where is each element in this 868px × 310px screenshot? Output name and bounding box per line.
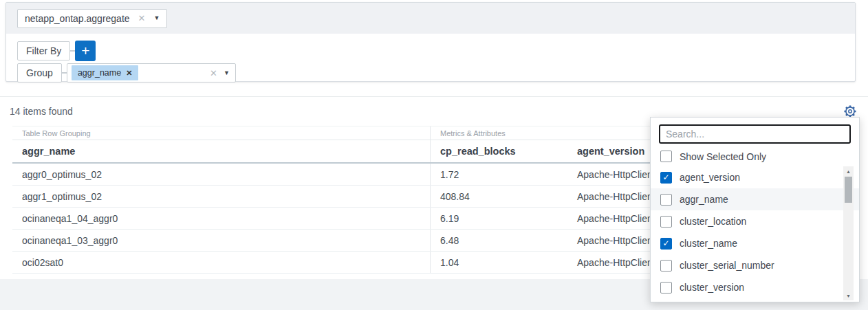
cell-aggr-name: aggr0_optimus_02 — [12, 164, 430, 185]
show-selected-only-label: Show Selected Only — [680, 151, 766, 162]
entity-caret-down-icon[interactable]: ▼ — [154, 15, 160, 21]
checkbox-icon[interactable] — [660, 216, 672, 228]
group-label: Group — [17, 63, 62, 82]
items-found-count: 14 items found — [10, 106, 73, 117]
checkbox-icon[interactable] — [660, 260, 672, 272]
group-band-row-grouping: Table Row Grouping — [12, 126, 430, 140]
column-checkbox-item[interactable]: cluster_serial_number — [651, 254, 859, 276]
group-by-input[interactable]: aggr_name ✕ ✕ ▼ — [67, 63, 236, 82]
cell-cp-read-blocks: 1.72 — [430, 164, 567, 185]
entity-select-value: netapp_ontap.aggregate — [25, 13, 130, 24]
column-search-input[interactable] — [659, 124, 851, 144]
checkbox-icon[interactable]: ✓ — [660, 238, 672, 250]
scrollbar-thumb[interactable] — [845, 177, 852, 203]
column-checkbox-item[interactable]: aggr_name — [651, 188, 859, 210]
chip-remove-icon[interactable]: ✕ — [126, 69, 132, 78]
group-caret-down-icon[interactable]: ▼ — [224, 70, 230, 76]
filter-by-label: Filter By — [17, 41, 70, 60]
cell-cp-read-blocks: 6.48 — [430, 230, 567, 251]
group-clear-icon[interactable]: ✕ — [210, 69, 217, 78]
column-checkbox-item[interactable]: cluster_location — [651, 210, 859, 232]
group-chip-label: aggr_name — [78, 68, 121, 78]
scrollbar[interactable]: ▲ ▼ — [843, 166, 854, 300]
entity-clear-icon[interactable]: ✕ — [138, 14, 146, 23]
column-header-aggr-name[interactable]: aggr_name — [12, 140, 430, 162]
group-row: Group aggr_name ✕ ✕ ▼ — [17, 63, 855, 83]
connector-line — [62, 72, 67, 74]
filter-by-row: Filter By + — [17, 41, 855, 61]
connector-line — [70, 50, 75, 52]
scrollbar-down-icon[interactable]: ▼ — [843, 291, 854, 300]
column-checkbox-item[interactable]: ✓ agent_version — [651, 166, 859, 188]
checkbox-icon[interactable]: ✓ — [660, 172, 672, 184]
entity-select[interactable]: netapp_ontap.aggregate ✕ ▼ — [17, 9, 167, 28]
column-chooser-panel: Show Selected Only ✓ agent_version aggr_… — [650, 117, 860, 302]
query-builder-panel: netapp_ontap.aggregate ✕ ▼ Filter By + G… — [6, 2, 856, 82]
column-checkbox-item[interactable]: ✓ cluster_name — [651, 232, 859, 254]
entity-row: netapp_ontap.aggregate ✕ ▼ — [6, 3, 855, 34]
column-header-cp-read-blocks[interactable]: cp_read_blocks — [430, 140, 567, 162]
column-item-label: cluster_version — [680, 282, 744, 293]
column-checkbox-list: ✓ agent_version aggr_name cluster_locati… — [651, 166, 859, 302]
checkbox-icon[interactable] — [660, 194, 672, 206]
column-item-label: aggr_name — [680, 194, 728, 205]
column-item-label: agent_version — [680, 172, 740, 183]
add-filter-button[interactable]: + — [75, 41, 96, 61]
table-settings-gear-icon[interactable] — [843, 104, 857, 118]
cell-aggr-name: ocinaneqa1_04_aggr0 — [12, 208, 430, 229]
column-item-label: cluster_serial_number — [680, 260, 774, 271]
show-selected-only-checkbox[interactable]: Show Selected Only — [651, 149, 859, 166]
column-checkbox-item[interactable]: cluster_version — [651, 276, 859, 298]
filter-area: Filter By + Group aggr_name ✕ ✕ ▼ — [6, 34, 855, 83]
checkbox-icon[interactable] — [660, 151, 672, 162]
scrollbar-up-icon[interactable]: ▲ — [843, 166, 854, 176]
cell-cp-read-blocks: 408.84 — [430, 186, 567, 207]
cell-cp-read-blocks: 6.19 — [430, 208, 567, 229]
cell-aggr-name: oci02sat0 — [12, 252, 430, 273]
cell-aggr-name: aggr1_optimus_02 — [12, 186, 430, 207]
checkbox-icon[interactable] — [660, 282, 672, 294]
cell-cp-read-blocks: 1.04 — [430, 252, 567, 273]
column-item-label: cluster_name — [680, 238, 737, 249]
group-chip-aggr-name[interactable]: aggr_name ✕ — [72, 65, 138, 80]
column-item-label: cluster_location — [680, 216, 746, 227]
cell-aggr-name: ocinaneqa1_03_aggr0 — [12, 230, 430, 251]
group-band-metrics-attributes: Metrics & Attributes — [430, 126, 567, 140]
